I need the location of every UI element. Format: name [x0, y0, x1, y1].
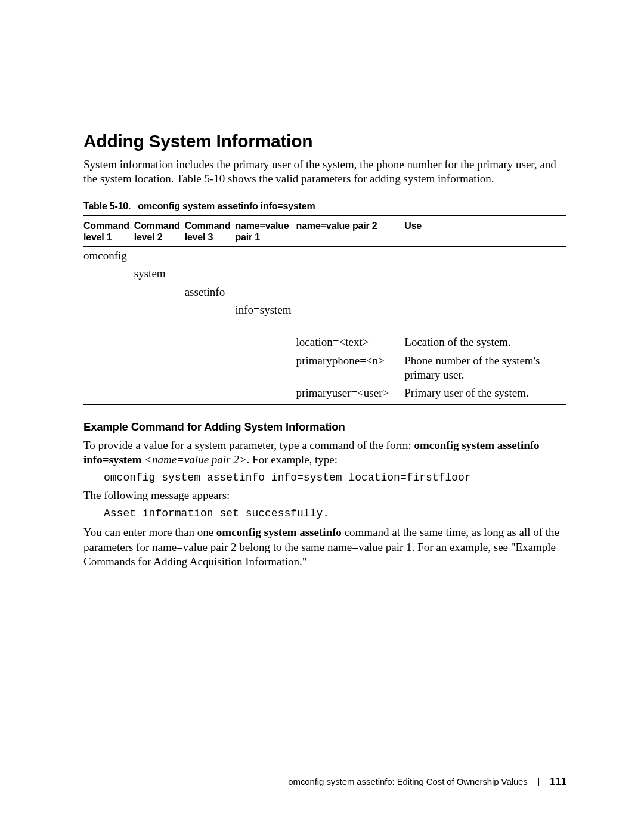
col-header-3: Commandlevel 3	[185, 216, 236, 247]
example-lead-paragraph: To provide a value for a system paramete…	[83, 438, 566, 467]
col-header-5: name=value pair 2	[296, 216, 405, 247]
table-row-spacer	[83, 319, 566, 333]
cell: assetinfo	[185, 283, 236, 301]
table-caption-number: Table 5-10.	[83, 201, 131, 211]
col-header-1: Commandlevel 1	[83, 216, 134, 247]
col-header-2: Commandlevel 2	[134, 216, 185, 247]
intro-paragraph: System information includes the primary …	[83, 157, 566, 187]
table-row: assetinfo	[83, 283, 566, 301]
table-row: omconfig	[83, 247, 566, 265]
example-subheading: Example Command for Adding System Inform…	[83, 420, 566, 433]
col-header-6: Use	[404, 216, 566, 247]
document-page: Adding System Information System informa…	[0, 0, 644, 833]
section-heading: Adding System Information	[83, 131, 566, 151]
cell: system	[134, 265, 185, 283]
table-row: info=system	[83, 301, 566, 319]
table-row: primaryuser=<user> Primary user of the s…	[83, 384, 566, 404]
table-row: location=<text> Location of the system.	[83, 333, 566, 351]
command-table: Commandlevel 1 Commandlevel 2 Commandlev…	[83, 215, 566, 405]
code-block-output: Asset information set successfully.	[104, 507, 566, 519]
footer-divider-icon	[538, 778, 539, 786]
cell: primaryphone=<n>	[296, 352, 405, 385]
table-caption-title: omconfig system assetinfo info=system	[138, 201, 315, 211]
cell: primaryuser=<user>	[296, 384, 405, 404]
table-header-row: Commandlevel 1 Commandlevel 2 Commandlev…	[83, 216, 566, 247]
cell: omconfig	[83, 247, 134, 265]
cell: location=<text>	[296, 333, 405, 351]
table-row: system	[83, 265, 566, 283]
footer-text: omconfig system assetinfo: Editing Cost …	[288, 776, 528, 786]
closing-paragraph: You can enter more than one omconfig sys…	[83, 525, 566, 569]
cell: Location of the system.	[404, 333, 566, 351]
col-header-4: name=valuepair 1	[235, 216, 296, 247]
message-lead: The following message appears:	[83, 488, 566, 503]
table-caption: Table 5-10.omconfig system assetinfo inf…	[83, 201, 566, 212]
cell: info=system	[235, 301, 296, 319]
cell: Primary user of the system.	[404, 384, 566, 404]
table-row: primaryphone=<n> Phone number of the sys…	[83, 352, 566, 385]
code-block-command: omconfig system assetinfo info=system lo…	[104, 472, 566, 484]
page-footer: omconfig system assetinfo: Editing Cost …	[288, 776, 566, 788]
cell: Phone number of the system's primary use…	[404, 352, 566, 385]
page-number: 111	[550, 776, 566, 787]
